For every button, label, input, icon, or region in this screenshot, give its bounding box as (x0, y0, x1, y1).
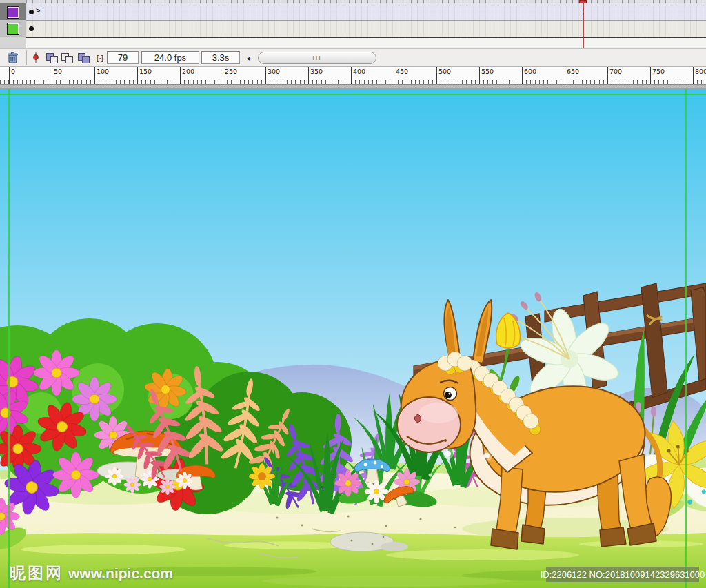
watermark-logo: 昵图网 www.nipic.com (10, 562, 173, 584)
timeline-frames-area[interactable]: > (26, 0, 706, 48)
trash-icon (7, 52, 19, 64)
elapsed-time-field[interactable]: 3.3s (201, 51, 240, 64)
center-frame-button[interactable] (30, 52, 41, 64)
layer-row-1[interactable] (0, 3, 26, 20)
keyframe-dot[interactable] (29, 26, 34, 31)
layer-2-outline-color-swatch[interactable] (7, 23, 19, 35)
modify-onion-markers-button[interactable]: [·] (94, 52, 106, 64)
scroll-left-arrow[interactable]: ◂ (243, 52, 254, 64)
donkey-nostril (415, 415, 421, 423)
layer-1-outline-color-swatch[interactable] (7, 6, 19, 19)
edit-multiple-frames-button[interactable] (77, 52, 90, 64)
layer-panel (0, 0, 26, 48)
current-frame-field[interactable]: 79 (107, 51, 139, 64)
scene-artwork (0, 89, 706, 588)
flash-editor-window: > (0, 0, 706, 588)
timeline-toolbar: [·] 79 24.0 fps 3.3s ◂ III (0, 48, 706, 67)
layer-row-2[interactable] (0, 20, 26, 37)
motion-tween-span[interactable] (41, 10, 706, 14)
frame-rate-field[interactable]: 24.0 fps (141, 51, 199, 64)
delete-layer-button[interactable] (5, 52, 20, 64)
onion-skin-outlines-button[interactable] (61, 52, 73, 64)
watermark-site-url: www.nipic.com (68, 565, 173, 582)
scrollbar-grip: III (312, 54, 322, 61)
watermark-id-badge: ID:2206122 NO:20181009142329631000 (546, 567, 699, 582)
horizontal-guide[interactable] (0, 94, 706, 95)
vertical-guide-left[interactable] (8, 89, 10, 588)
layer-1-frames[interactable]: > (26, 3, 706, 21)
tween-start-marker: > (36, 6, 40, 14)
timeline-scrollbar-thumb[interactable]: III (258, 52, 376, 64)
playhead-line[interactable] (583, 0, 584, 48)
stage-canvas[interactable] (0, 89, 706, 588)
ruler-minor-ticks (0, 80, 706, 84)
keyframe-dot[interactable] (29, 10, 34, 14)
horizontal-ruler[interactable]: 0501001502002503003504004505005506006507… (0, 67, 706, 85)
center-frame-icon (32, 52, 40, 64)
layer-2-frames[interactable] (26, 21, 706, 38)
timeline-panel: > (0, 0, 706, 48)
onion-skin-button[interactable] (46, 52, 58, 64)
toolbar-separator (26, 50, 27, 65)
mini-sunflower (249, 463, 275, 489)
vertical-guide-right[interactable] (685, 89, 687, 588)
watermark-logo-text: 昵图网 (10, 562, 63, 584)
playhead-marker[interactable] (579, 0, 587, 3)
modify-markers-icon: [·] (97, 54, 103, 62)
